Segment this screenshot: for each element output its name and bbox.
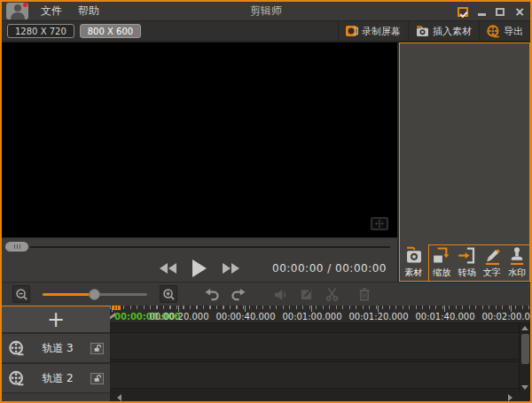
delete-button[interactable] xyxy=(358,287,371,301)
time-display: 00:00:00 / 00:00:00 xyxy=(272,262,387,275)
track-lock-button[interactable] xyxy=(90,373,104,384)
cut-button[interactable] xyxy=(325,287,339,301)
tab-watermark[interactable]: 水印 xyxy=(505,245,529,281)
menubar: 文件 帮助 xyxy=(41,4,99,19)
scroll-up-icon[interactable] xyxy=(521,326,528,330)
media-panel: 素材 缩放 转场 文字 xyxy=(399,43,530,282)
ruler-major-ticks xyxy=(112,306,530,312)
seek-handle[interactable] xyxy=(5,242,28,252)
resolution-800x600-button[interactable]: 800 X 600 xyxy=(80,24,141,38)
scroll-left-icon[interactable] xyxy=(117,394,121,401)
fit-screen-icon[interactable] xyxy=(371,217,388,230)
track-row-3[interactable]: 轨道 3 xyxy=(2,334,110,362)
tab-scale[interactable]: 缩放 xyxy=(429,245,454,281)
insert-media-button[interactable]: 插入素材 xyxy=(408,21,479,41)
undo-button[interactable] xyxy=(204,288,219,301)
media-list-empty xyxy=(400,43,529,245)
speaker-icon xyxy=(273,288,287,301)
timeline: + 轨道 3 轨道 2 00:00: xyxy=(2,306,530,392)
scale-tab-icon xyxy=(432,245,451,266)
watermark-tab-icon xyxy=(507,245,527,266)
slider-knob[interactable] xyxy=(89,289,100,300)
undo-icon xyxy=(204,288,219,301)
track-reel-icon xyxy=(8,340,25,357)
timeline-zoom-slider[interactable] xyxy=(43,293,147,296)
track-panel-footer xyxy=(2,392,110,401)
seek-bar xyxy=(2,237,397,255)
add-track-button[interactable]: + xyxy=(2,306,110,332)
tab-text[interactable]: 文字 xyxy=(480,245,505,281)
menu-help[interactable]: 帮助 xyxy=(78,4,99,19)
skin-button[interactable] xyxy=(458,7,468,17)
app-window: 文件 帮助 剪辑师 × 1280 X 720 800 X 600 录制屏幕 插入… xyxy=(0,0,532,403)
timeline-toolbar xyxy=(2,282,530,306)
track-header-panel: + 轨道 3 轨道 2 xyxy=(2,306,110,392)
resolution-1280x720-button[interactable]: 1280 X 720 xyxy=(7,24,74,38)
record-screen-button[interactable]: 录制屏幕 xyxy=(338,21,408,41)
maximize-button[interactable] xyxy=(496,8,505,16)
fast-forward-button[interactable] xyxy=(223,263,239,274)
zoom-out-button[interactable] xyxy=(12,285,30,303)
tab-material[interactable]: 素材 xyxy=(400,245,427,281)
track-lane[interactable] xyxy=(110,361,519,389)
material-tab-icon xyxy=(404,245,424,266)
horizontal-scrollbar[interactable] xyxy=(110,392,530,401)
zoom-in-button[interactable] xyxy=(160,285,177,303)
transport-controls: 00:00:00 / 00:00:00 xyxy=(2,255,397,282)
rewind-button[interactable] xyxy=(160,263,176,274)
slider-fill xyxy=(43,293,94,296)
main-area: 00:00:00 / 00:00:00 素材 缩放 转场 xyxy=(2,43,530,282)
track-lock-button[interactable] xyxy=(90,343,104,354)
top-actions: 录制屏幕 插入素材 导出 xyxy=(338,21,530,41)
track-label: 轨道 2 xyxy=(25,371,90,386)
playhead-handle[interactable] xyxy=(112,306,121,310)
track-row-2[interactable]: 轨道 2 xyxy=(2,364,110,392)
scroll-right-icon[interactable] xyxy=(508,394,512,401)
text-tab-icon xyxy=(482,245,502,266)
seek-track[interactable] xyxy=(30,246,390,248)
trash-icon xyxy=(358,287,371,301)
video-preview xyxy=(2,43,397,237)
timeline-ruler[interactable]: 00:00:00.000 00:00:20.000 00:00:40.000 0… xyxy=(110,306,530,323)
track-reel-icon xyxy=(8,370,25,387)
timeline-right: 00:00:00.000 00:00:20.000 00:00:40.000 0… xyxy=(110,306,530,392)
notification-dot-icon xyxy=(23,3,27,7)
close-button[interactable]: × xyxy=(514,5,525,18)
ruler-label: 00:01:20.000 xyxy=(348,312,408,322)
vertical-scroll-thumb[interactable] xyxy=(521,334,529,364)
tracks-area[interactable] xyxy=(110,323,519,392)
export-icon xyxy=(487,25,500,38)
ruler-label: 00:01:40.000 xyxy=(415,312,474,322)
redo-button[interactable] xyxy=(231,288,246,301)
scissors-icon xyxy=(325,287,339,301)
tab-transition[interactable]: 转场 xyxy=(454,245,479,281)
transition-tab-icon xyxy=(457,245,476,266)
audio-button[interactable] xyxy=(273,288,287,301)
minimize-button[interactable] xyxy=(478,13,486,16)
track-lane[interactable] xyxy=(110,332,519,360)
zoom-out-icon xyxy=(15,288,28,301)
panel-tabgroup: 缩放 转场 文字 水印 xyxy=(428,244,530,282)
panel-tabs: 素材 缩放 转场 文字 xyxy=(400,245,529,281)
edit-clip-icon xyxy=(300,288,313,301)
window-title: 剪辑师 xyxy=(250,4,282,19)
lock-icon xyxy=(93,374,102,383)
top-toolbar: 1280 X 720 800 X 600 录制屏幕 插入素材 导出 xyxy=(2,21,530,43)
window-controls: × xyxy=(458,2,525,21)
scroll-down-icon[interactable] xyxy=(521,385,528,390)
insert-media-icon xyxy=(416,25,429,37)
redo-icon xyxy=(231,288,246,301)
titlebar: 文件 帮助 剪辑师 × xyxy=(2,2,530,21)
export-button[interactable]: 导出 xyxy=(479,21,530,41)
ruler-label: 00:00:40.000 xyxy=(215,312,275,322)
tracks-wrap xyxy=(110,323,530,392)
ruler-label: 00:00:20.000 xyxy=(149,312,208,322)
menu-file[interactable]: 文件 xyxy=(41,4,62,19)
player-column: 00:00:00 / 00:00:00 xyxy=(2,43,397,282)
record-screen-icon xyxy=(346,25,358,37)
ruler-label: 00:01:00.000 xyxy=(282,312,341,322)
bottom-row xyxy=(2,392,530,401)
play-button[interactable] xyxy=(192,260,207,277)
crop-edit-button[interactable] xyxy=(300,288,313,301)
vertical-scrollbar[interactable] xyxy=(519,323,530,392)
